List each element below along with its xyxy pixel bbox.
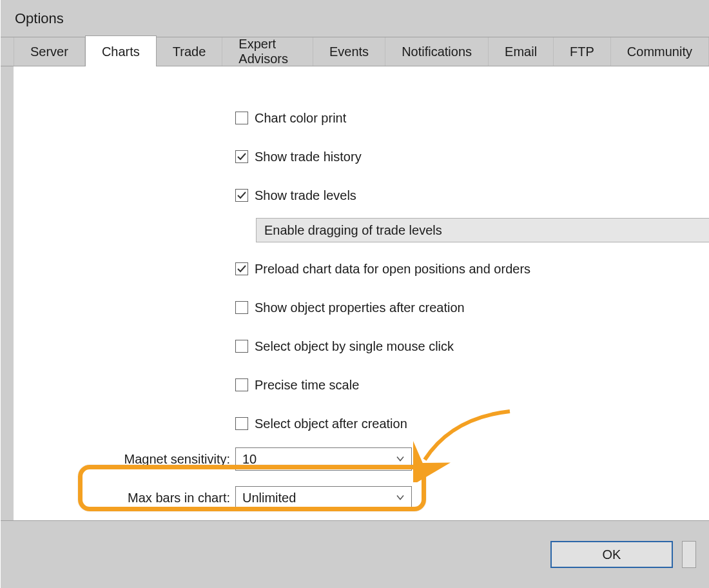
tab-expert-advisors[interactable]: Expert Advisors [222,37,313,66]
label-max-bars: Max bars in chart: [128,491,230,505]
tab-label: Charts [102,44,140,59]
tab-label: Trade [173,44,206,59]
tab-label: Events [329,44,369,59]
check-icon [237,190,247,201]
tab-label: Server [30,44,68,59]
checkbox-show-trade-history[interactable] [235,150,248,163]
titlebar: Options [1,0,709,37]
label-chart-color-print: Chart color print [255,111,346,126]
tab-notifications[interactable]: Notifications [385,37,489,66]
tab-ftp[interactable]: FTP [554,37,611,66]
label-magnet-sensitivity: Magnet sensitivity: [124,452,230,466]
checkbox-show-trade-levels[interactable] [235,189,248,202]
dropdown-enable-dragging[interactable]: Enable dragging of trade levels [256,218,709,242]
window-title: Options [15,10,64,27]
tab-server[interactable]: Server [14,37,85,66]
bottom-bar: OK [1,520,709,588]
tab-label: Community [627,44,692,59]
tab-label: Notifications [402,44,472,59]
options-window: Options Server Charts Trade Expert Advis… [0,0,709,588]
checkbox-show-object-props[interactable] [235,301,248,314]
label-show-trade-levels: Show trade levels [255,188,356,203]
checkbox-chart-color-print[interactable] [235,112,248,124]
value-magnet-sensitivity: 10 [242,452,257,467]
label-show-object-props: Show object properties after creation [255,300,465,315]
page-charts: Chart color print Show trade history Sho… [14,66,709,520]
check-icon [237,264,247,274]
label-enable-dragging: Enable dragging of trade levels [264,223,442,238]
select-max-bars[interactable]: Unlimited [235,486,412,509]
label-precise-time-scale: Precise time scale [255,378,359,393]
label-show-trade-history: Show trade history [255,150,362,164]
checkbox-precise-time-scale[interactable] [235,378,248,391]
select-magnet-sensitivity[interactable]: 10 [235,447,412,471]
ok-button-label: OK [603,547,621,562]
label-select-after-creation: Select object after creation [255,416,407,431]
checkbox-select-after-creation[interactable] [235,417,248,430]
button-cutoff[interactable] [682,541,696,568]
label-preload-chart-data: Preload chart data for open positions an… [255,262,530,277]
checkbox-preload-chart-data[interactable] [235,262,248,275]
checkbox-select-single-click[interactable] [235,340,248,353]
tab-community[interactable]: Community [611,37,709,66]
tab-label: Expert Advisors [238,37,296,66]
value-max-bars: Unlimited [242,491,296,505]
tab-email[interactable]: Email [489,37,554,66]
ok-button[interactable]: OK [550,541,673,568]
tab-trade[interactable]: Trade [157,37,223,66]
tab-events[interactable]: Events [313,37,385,66]
tab-label: Email [505,44,537,59]
check-icon [237,152,247,162]
tab-charts[interactable]: Charts [85,35,157,66]
chevron-down-icon [396,452,405,467]
tab-label: FTP [570,44,594,59]
tab-strip: Server Charts Trade Expert Advisors Even… [1,37,709,66]
label-select-single-click: Select object by single mouse click [255,339,454,354]
chevron-down-icon [396,491,405,505]
